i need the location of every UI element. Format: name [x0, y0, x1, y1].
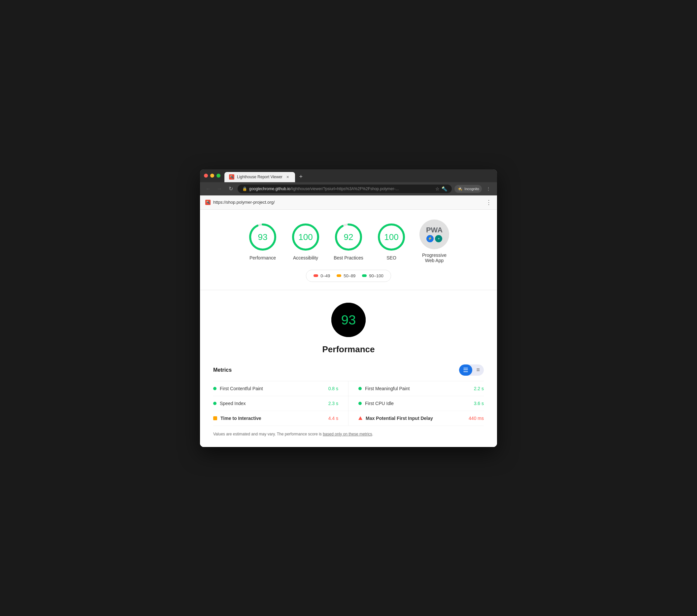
metric-value-fmp: 2.2 s	[464, 386, 484, 391]
metric-first-cpu-idle[interactable]: First CPU Idle 3.6 s	[348, 396, 484, 411]
legend-average-dot	[337, 274, 341, 277]
metric-value-si: 2.3 s	[318, 401, 338, 406]
back-button[interactable]: ←	[204, 185, 212, 193]
address-bar[interactable]: 🔒 googlechrome.github.io/lighthouse/view…	[238, 185, 452, 193]
metric-value-fcp: 0.8 s	[318, 386, 338, 391]
legend-pass-dot	[362, 274, 367, 277]
legend: 0–49 50–89 90–100	[306, 270, 391, 282]
incognito-button[interactable]: 🕵 Incognito	[455, 185, 482, 193]
best-practices-circle: 92	[333, 222, 364, 252]
active-tab[interactable]: 🔦 Lighthouse Report Viewer ×	[224, 172, 295, 182]
incognito-icon: 🕵	[457, 186, 463, 192]
metric-dot-fmp	[358, 387, 362, 390]
performance-circle: 93	[248, 222, 278, 252]
metrics-footnote: Values are estimated and may vary. The p…	[213, 431, 484, 437]
minimize-dot[interactable]	[210, 174, 214, 178]
metric-name-fmp: First Meaningful Paint	[365, 386, 461, 391]
performance-section: 93 Performance Metrics ☰ ≡ F	[200, 290, 497, 447]
metric-dot-si	[213, 402, 217, 405]
more-options-button[interactable]: ⋮	[484, 184, 493, 193]
perf-detail-circle: 93	[329, 300, 368, 340]
close-dot[interactable]	[204, 174, 208, 178]
seo-score: 100	[384, 232, 398, 242]
url-banner-menu-button[interactable]: ⋮	[486, 199, 492, 206]
metric-dot-fcp	[213, 387, 217, 390]
fullscreen-dot[interactable]	[217, 174, 220, 178]
metrics-section: Metrics ☰ ≡ First Contentful Paint 0.8 s	[213, 365, 484, 437]
metrics-grid: First Contentful Paint 0.8 s First Meani…	[213, 381, 484, 426]
browser-window: 🔦 Lighthouse Report Viewer × + ← → ↻ 🔒 g…	[200, 170, 497, 447]
metrics-footnote-link[interactable]: based only on these metrics	[323, 432, 372, 436]
pwa-fast-icon: ⚡	[426, 235, 434, 242]
metric-time-to-interactive[interactable]: Time to Interactive 4.4 s	[213, 411, 348, 426]
tab-close-button[interactable]: ×	[285, 174, 291, 180]
score-best-practices[interactable]: 92 Best Practices	[333, 222, 364, 261]
browser-chrome: 🔦 Lighthouse Report Viewer × + ← → ↻ 🔒 g…	[200, 170, 497, 195]
legend-pass: 90–100	[362, 273, 383, 278]
legend-average: 50–89	[337, 273, 355, 278]
metric-value-tti: 4.4 s	[318, 416, 338, 421]
metrics-detail-view-button[interactable]: ≡	[472, 365, 484, 376]
seo-label: SEO	[386, 255, 396, 261]
scores-section: 93 Performance 100 Accessibility	[200, 210, 497, 290]
legend-fail-dot	[313, 274, 318, 277]
browser-actions: 🕵 Incognito ⋮	[455, 184, 493, 193]
score-pwa[interactable]: PWA ⚡ ＋ ProgressiveWeb App	[419, 220, 449, 263]
legend-average-range: 50–89	[343, 273, 355, 278]
metric-dot-tti	[213, 416, 217, 420]
perf-detail-score: 93	[341, 312, 356, 327]
accessibility-label: Accessibility	[293, 255, 318, 261]
tab-title: Lighthouse Report Viewer	[237, 175, 282, 179]
metric-first-contentful-paint[interactable]: First Contentful Paint 0.8 s	[213, 381, 348, 396]
new-tab-button[interactable]: +	[296, 172, 306, 181]
performance-label: Performance	[250, 255, 276, 261]
seo-circle: 100	[376, 222, 406, 252]
legend-fail: 0–49	[313, 273, 330, 278]
best-practices-score: 92	[344, 232, 354, 242]
page-content: 🔦 https://shop.polymer-project.org/ ⋮ 93…	[200, 195, 497, 447]
score-performance[interactable]: 93 Performance	[248, 222, 278, 261]
forward-button[interactable]: →	[215, 185, 224, 193]
scores-row: 93 Performance 100 Accessibility	[248, 220, 449, 263]
metric-dot-fid	[358, 416, 362, 420]
pwa-icons-row: ⚡ ＋	[426, 235, 442, 242]
best-practices-label: Best Practices	[333, 255, 363, 261]
metric-max-fid[interactable]: Max Potential First Input Delay 440 ms	[348, 411, 484, 426]
perf-score-center: 93 Performance	[213, 300, 484, 354]
metric-speed-index[interactable]: Speed Index 2.3 s	[213, 396, 348, 411]
score-accessibility[interactable]: 100 Accessibility	[291, 222, 321, 261]
metric-value-fid: 440 ms	[464, 416, 484, 421]
perf-detail-title: Performance	[323, 344, 375, 354]
metric-name-fcp: First Contentful Paint	[220, 386, 315, 391]
metric-first-meaningful-paint[interactable]: First Meaningful Paint 2.2 s	[348, 381, 484, 396]
metric-name-si: Speed Index	[220, 401, 315, 406]
legend-fail-range: 0–49	[321, 273, 330, 278]
metric-name-fci: First CPU Idle	[365, 401, 461, 406]
reload-button[interactable]: ↻	[226, 185, 235, 193]
url-banner-favicon-icon: 🔦	[205, 200, 210, 205]
score-seo[interactable]: 100 SEO	[376, 222, 406, 261]
pwa-inner: PWA ⚡ ＋	[426, 226, 443, 242]
performance-score: 93	[258, 232, 268, 242]
pwa-label: ProgressiveWeb App	[422, 252, 446, 263]
metrics-toggle[interactable]: ☰ ≡	[459, 365, 484, 376]
accessibility-circle: 100	[291, 222, 321, 252]
pwa-add-icon: ＋	[435, 235, 442, 242]
extension-icon[interactable]: 🔦	[442, 186, 447, 191]
metric-value-fci: 3.6 s	[464, 401, 484, 406]
metric-dot-fci	[358, 402, 362, 405]
metric-name-tti: Time to Interactive	[220, 416, 315, 421]
bookmark-icon[interactable]: ☆	[435, 186, 440, 191]
url-banner: 🔦 https://shop.polymer-project.org/ ⋮	[200, 195, 497, 210]
pwa-text: PWA	[426, 226, 443, 234]
address-text: googlechrome.github.io/lighthouse/viewer…	[249, 187, 433, 191]
address-bar-row: ← → ↻ 🔒 googlechrome.github.io/lighthous…	[200, 182, 497, 195]
lock-icon: 🔒	[242, 187, 247, 191]
incognito-label: Incognito	[464, 187, 479, 191]
metrics-list-view-button[interactable]: ☰	[459, 365, 472, 376]
metric-name-fid: Max Potential First Input Delay	[366, 416, 461, 421]
footnote-text: Values are estimated and may vary. The p…	[213, 432, 322, 436]
tab-favicon-icon: 🔦	[229, 174, 234, 180]
metrics-header: Metrics ☰ ≡	[213, 365, 484, 376]
metrics-title: Metrics	[213, 367, 232, 373]
